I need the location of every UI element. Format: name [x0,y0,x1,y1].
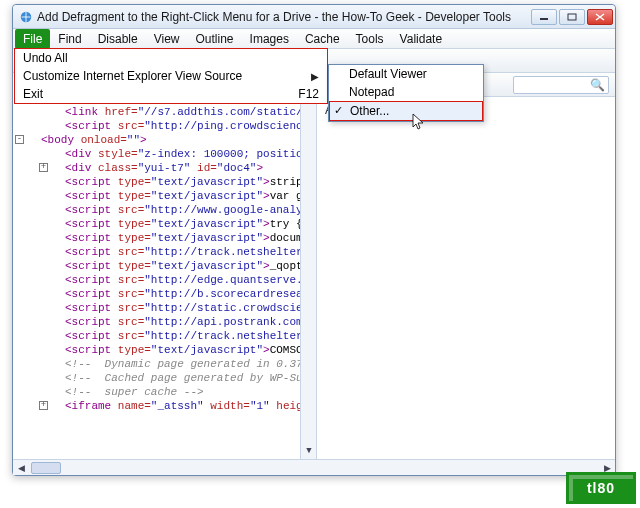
code-text: <script type="text/javascript">COMSCORE.… [65,344,317,356]
code-text: <!-- Dynamic page generated in 0.377 sec… [65,358,317,370]
code-line[interactable]: +<iframe name="_atssh" width="1" height=… [13,399,316,413]
code-line[interactable]: -<body onload=""> [13,133,316,147]
submenu-notepad[interactable]: Notepad [329,83,483,101]
code-text: <script src="http://edge.quantserve.com/… [65,274,317,286]
code-text: <script src="http://www.google-analytics… [65,204,317,216]
code-line[interactable]: <!-- super cache --> [13,385,316,399]
window-title: Add Defragment to the Right-Click Menu f… [37,10,531,24]
scroll-left-icon[interactable]: ◀ [13,460,29,476]
menu-tools[interactable]: Tools [348,30,392,48]
submenu-label: Other... [350,104,389,118]
code-text: <script src="http://track.netshelter.net… [65,330,317,342]
code-text: <div style="z-index: 100000; position: a… [65,148,317,160]
code-line[interactable]: <script src="http://ping.crowdscience.co… [13,119,316,133]
code-text: <!-- super cache --> [65,386,204,398]
code-text: <script src="http://ping.crowdscience.co… [65,120,317,132]
code-text: <script src="http://b.scorecardresearch.… [65,288,317,300]
code-line[interactable]: <div style="z-index: 100000; position: a… [13,147,316,161]
close-button[interactable] [587,9,613,25]
check-icon: ✓ [334,104,343,117]
code-line[interactable]: <script src="http://edge.quantserve.com/… [13,273,316,287]
code-line[interactable]: <script type="text/javascript">_qoptions… [13,259,316,273]
code-line[interactable]: <script src="http://b.scorecardresearch.… [13,287,316,301]
watermark-badge: tl80 [566,472,636,504]
file-menu-undo-all[interactable]: Undo All [15,49,327,67]
expand-icon[interactable]: + [39,401,48,410]
code-line[interactable]: <script type="text/javascript">var gaJsH… [13,189,316,203]
view-source-submenu: Default Viewer Notepad ✓ Other... [328,64,484,122]
menubar: File Find Disable View Outline Images Ca… [13,29,615,49]
menu-find[interactable]: Find [50,30,89,48]
code-line[interactable]: <script type="text/javascript">COMSCORE.… [13,343,316,357]
expand-icon[interactable]: + [39,163,48,172]
watermark-text: tl80 [587,480,615,496]
code-line[interactable]: <script src="http://www.google-analytics… [13,203,316,217]
code-text: <script type="text/javascript">var gaJsH… [65,190,317,202]
code-text: <body onload=""> [41,134,147,146]
code-line[interactable]: <script src="http://static.crowdscience.… [13,301,316,315]
submenu-default-viewer[interactable]: Default Viewer [329,65,483,83]
menu-view[interactable]: View [146,30,188,48]
code-line[interactable]: <link href="//s7.addthis.com/static/r07/… [13,105,316,119]
content-area: <meta name="generator" content="WordPres… [13,73,615,459]
code-line[interactable]: <!-- Dynamic page generated in 0.377 sec… [13,357,316,371]
code-line[interactable]: <script type="text/javascript">document.… [13,231,316,245]
code-line[interactable]: <script src="http://track.netshelter.net… [13,329,316,343]
menu-item-label: Undo All [23,51,68,65]
app-icon [19,10,33,24]
file-menu-customize-view-source[interactable]: Customize Internet Explorer View Source … [15,67,327,85]
menu-images[interactable]: Images [242,30,297,48]
scroll-down-icon[interactable]: ▼ [301,443,317,459]
menu-file[interactable]: File [15,29,50,49]
right-pane: S 🔍 Attributes [317,73,615,459]
code-text: <script type="text/javascript">try { var… [65,218,317,230]
search-icon[interactable]: 🔍 [590,78,605,92]
code-line[interactable]: +<div class="yui-t7" id="doc4"> [13,161,316,175]
code-text: <!-- Cached page generated by WP-Super-C… [65,372,317,384]
code-vertical-scrollbar[interactable]: ▲ ▼ [300,73,316,459]
maximize-button[interactable] [559,9,585,25]
submenu-other[interactable]: ✓ Other... [329,101,483,121]
menu-validate[interactable]: Validate [392,30,450,48]
menu-item-shortcut: F12 [298,87,319,101]
submenu-label: Notepad [349,85,394,99]
menu-cache[interactable]: Cache [297,30,348,48]
html-tree-pane[interactable]: <meta name="generator" content="WordPres… [13,73,317,459]
code-text: <iframe name="_atssh" width="1" height="… [65,400,317,412]
code-line[interactable]: <script src="http://track.netshelter.net… [13,245,316,259]
scroll-thumb[interactable] [31,462,61,474]
code-text: <script src="http://track.netshelter.net… [65,246,317,258]
svg-rect-1 [540,18,548,20]
menu-item-label: Customize Internet Explorer View Source [23,69,242,83]
code-horizontal-scrollbar[interactable]: ◀ ▶ [13,459,615,475]
code-text: <script type="text/javascript">_qoptions… [65,260,317,272]
code-text: <script src="http://api.postrank.com/sta… [65,316,317,328]
collapse-icon[interactable]: - [15,135,24,144]
menu-disable[interactable]: Disable [90,30,146,48]
code-line[interactable]: <script type="text/javascript">stripe("h… [13,175,316,189]
code-text: <script type="text/javascript">stripe("h… [65,176,317,188]
code-text: <div class="yui-t7" id="doc4"> [65,162,263,174]
titlebar[interactable]: Add Defragment to the Right-Click Menu f… [13,5,615,29]
code-line[interactable]: <script src="http://api.postrank.com/sta… [13,315,316,329]
menu-item-label: Exit [23,87,43,101]
code-text: <script src="http://static.crowdscience.… [65,302,317,314]
code-line[interactable]: <script type="text/javascript">try { var… [13,217,316,231]
submenu-arrow-icon: ▶ [311,71,319,82]
file-menu-exit[interactable]: Exit F12 [15,85,327,103]
submenu-label: Default Viewer [349,67,427,81]
file-menu-dropdown: Undo All Customize Internet Explorer Vie… [14,48,328,104]
code-line[interactable]: <!-- Cached page generated by WP-Super-C… [13,371,316,385]
minimize-button[interactable] [531,9,557,25]
svg-rect-2 [568,14,576,20]
code-text: <link href="//s7.addthis.com/static/r07/… [65,106,317,118]
code-text: <script type="text/javascript">document.… [65,232,317,244]
attribute-search-input[interactable]: 🔍 [513,76,609,94]
menu-outline[interactable]: Outline [188,30,242,48]
